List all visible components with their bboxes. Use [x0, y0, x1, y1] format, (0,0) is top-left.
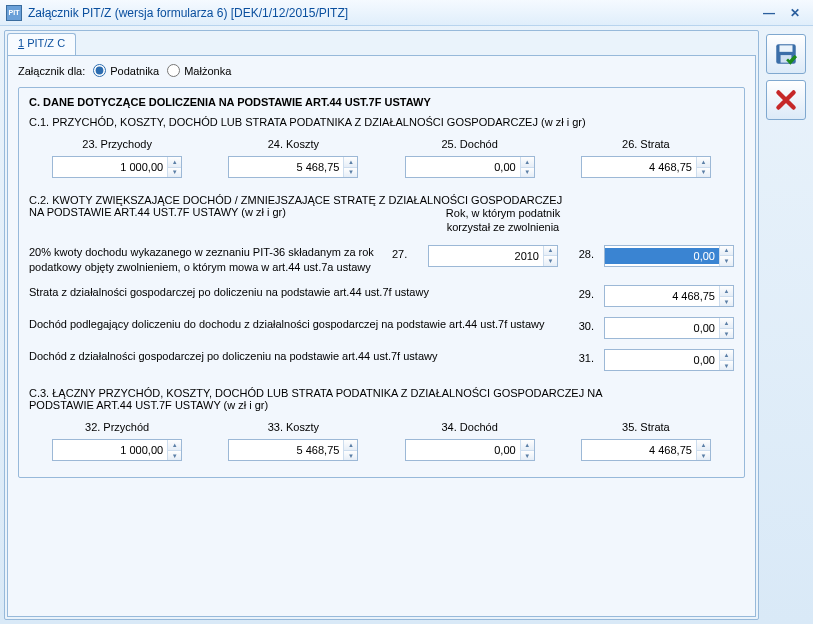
label-23: 23. Przychody [82, 138, 152, 150]
section-c2-heading-line1: C.2. KWOTY ZWIĘKSZAJĄCE DOCHÓD / ZMNIEJS… [29, 194, 734, 206]
spin-up-icon[interactable]: ▲ [521, 440, 534, 451]
row-28-number: 28. [568, 245, 594, 260]
spinner-30[interactable]: ▲▼ [719, 318, 733, 338]
label-24: 24. Koszty [268, 138, 319, 150]
section-c3-heading-line2: PODSTAWIE ART.44 UST.7F USTAWY (w zł i g… [29, 399, 734, 411]
field-34[interactable]: ▲▼ [405, 439, 535, 461]
spin-up-icon[interactable]: ▲ [344, 440, 357, 451]
save-button[interactable] [766, 34, 806, 74]
section-c3-heading-line1: C.3. ŁĄCZNY PRZYCHÓD, KOSZTY, DOCHÓD LUB… [29, 387, 734, 399]
spinner-26[interactable]: ▲▼ [696, 157, 710, 177]
input-29[interactable] [605, 288, 719, 304]
save-floppy-icon [773, 41, 799, 67]
row-31-text: Dochód z działalności gospodarczej po do… [29, 349, 558, 364]
spinner-34[interactable]: ▲▼ [520, 440, 534, 460]
field-30[interactable]: ▲▼ [604, 317, 734, 339]
field-31[interactable]: ▲▼ [604, 349, 734, 371]
spin-down-icon[interactable]: ▼ [720, 361, 733, 371]
spin-down-icon[interactable]: ▼ [720, 329, 733, 339]
field-29[interactable]: ▲▼ [604, 285, 734, 307]
input-25[interactable] [406, 159, 520, 175]
spin-up-icon[interactable]: ▲ [344, 157, 357, 168]
label-26: 26. Strata [622, 138, 670, 150]
radio-malzonka-input[interactable] [167, 64, 180, 77]
input-33[interactable] [229, 442, 343, 458]
spinner-23[interactable]: ▲▼ [167, 157, 181, 177]
app-icon: PIT [6, 5, 22, 21]
input-34[interactable] [406, 442, 520, 458]
input-32[interactable] [53, 442, 167, 458]
row-30-text: Dochód podlegający doliczeniu do dochodu… [29, 317, 558, 332]
input-27[interactable] [429, 248, 543, 264]
radio-malzonka[interactable]: Małżonka [167, 64, 231, 77]
row-30-number: 30. [568, 317, 594, 332]
field-32[interactable]: ▲▼ [52, 439, 182, 461]
spinner-32[interactable]: ▲▼ [167, 440, 181, 460]
input-26[interactable] [582, 159, 696, 175]
radio-podatnika[interactable]: Podatnika [93, 64, 159, 77]
spin-up-icon[interactable]: ▲ [168, 157, 181, 168]
spin-up-icon[interactable]: ▲ [720, 350, 733, 361]
field-25[interactable]: ▲▼ [405, 156, 535, 178]
spin-down-icon[interactable]: ▼ [544, 256, 557, 266]
input-31[interactable] [605, 352, 719, 368]
input-24[interactable] [229, 159, 343, 175]
field-33[interactable]: ▲▼ [228, 439, 358, 461]
input-35[interactable] [582, 442, 696, 458]
row-29-text: Strata z działalności gospodarczej po do… [29, 285, 558, 300]
field-27[interactable]: ▲▼ [428, 245, 558, 267]
radio-podatnika-label: Podatnika [110, 65, 159, 77]
spinner-28[interactable]: ▲▼ [719, 246, 733, 266]
cancel-x-icon [773, 87, 799, 113]
form-panel: 1 PIT/Z C Załącznik dla: Podatnika Małżo… [4, 30, 759, 620]
label-32: 32. Przychód [85, 421, 149, 433]
label-35: 35. Strata [622, 421, 670, 433]
spinner-24[interactable]: ▲▼ [343, 157, 357, 177]
spinner-25[interactable]: ▲▼ [520, 157, 534, 177]
spinner-35[interactable]: ▲▼ [696, 440, 710, 460]
input-30[interactable] [605, 320, 719, 336]
spin-down-icon[interactable]: ▼ [344, 168, 357, 178]
spinner-27[interactable]: ▲▼ [543, 246, 557, 266]
year-column-header: Rok, w którym podatnik korzystał ze zwol… [438, 206, 568, 235]
spin-down-icon[interactable]: ▼ [720, 256, 733, 266]
cancel-button[interactable] [766, 80, 806, 120]
label-34: 34. Dochód [441, 421, 497, 433]
spin-up-icon[interactable]: ▲ [544, 246, 557, 257]
radio-podatnika-input[interactable] [93, 64, 106, 77]
field-28[interactable]: ▲▼ [604, 245, 734, 267]
spin-down-icon[interactable]: ▼ [697, 168, 710, 178]
field-23[interactable]: ▲▼ [52, 156, 182, 178]
spin-down-icon[interactable]: ▼ [168, 168, 181, 178]
field-26[interactable]: ▲▼ [581, 156, 711, 178]
spin-down-icon[interactable]: ▼ [521, 451, 534, 461]
spin-up-icon[interactable]: ▲ [720, 246, 733, 257]
row-27-text: 20% kwoty dochodu wykazanego w zeznaniu … [29, 245, 382, 276]
spin-up-icon[interactable]: ▲ [720, 318, 733, 329]
spinner-29[interactable]: ▲▼ [719, 286, 733, 306]
input-23[interactable] [53, 159, 167, 175]
spin-down-icon[interactable]: ▼ [697, 451, 710, 461]
spin-up-icon[interactable]: ▲ [521, 157, 534, 168]
spin-up-icon[interactable]: ▲ [720, 286, 733, 297]
minimize-button[interactable]: — [757, 4, 781, 22]
section-c-heading: C. DANE DOTYCZĄCE DOLICZENIA NA PODSTAWI… [29, 96, 734, 108]
spin-down-icon[interactable]: ▼ [168, 451, 181, 461]
field-35[interactable]: ▲▼ [581, 439, 711, 461]
tab-pitz-c[interactable]: 1 PIT/Z C [7, 33, 76, 55]
spin-up-icon[interactable]: ▲ [697, 440, 710, 451]
spin-down-icon[interactable]: ▼ [720, 297, 733, 307]
spin-up-icon[interactable]: ▲ [168, 440, 181, 451]
section-c2-heading-line2: NA PODSTAWIE ART.44 UST.7F USTAWY (w zł … [29, 206, 438, 235]
radio-malzonka-label: Małżonka [184, 65, 231, 77]
spinner-33[interactable]: ▲▼ [343, 440, 357, 460]
spin-up-icon[interactable]: ▲ [697, 157, 710, 168]
close-button[interactable]: ✕ [783, 4, 807, 22]
spinner-31[interactable]: ▲▼ [719, 350, 733, 370]
spin-down-icon[interactable]: ▼ [521, 168, 534, 178]
row-27-number: 27. [392, 245, 418, 260]
field-24[interactable]: ▲▼ [228, 156, 358, 178]
input-28[interactable] [605, 248, 719, 264]
spin-down-icon[interactable]: ▼ [344, 451, 357, 461]
section-c-panel: C. DANE DOTYCZĄCE DOLICZENIA NA PODSTAWI… [18, 87, 745, 478]
